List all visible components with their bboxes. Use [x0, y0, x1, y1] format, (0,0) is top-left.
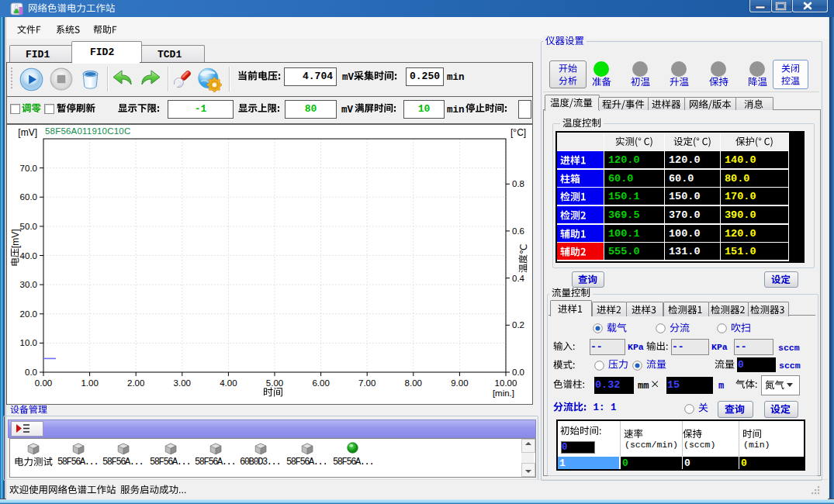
svg-text:9.00: 9.00 — [451, 378, 468, 388]
svg-text:8.00: 8.00 — [405, 378, 422, 388]
svg-text:1.00: 1.00 — [81, 378, 98, 388]
svg-text:50.0: 50.0 — [20, 222, 37, 231]
svg-text:0.00: 0.00 — [35, 378, 52, 388]
svg-text:[°C]: [°C] — [510, 127, 526, 138]
svg-text:3.00: 3.00 — [174, 378, 191, 388]
svg-text:10.00: 10.00 — [495, 378, 517, 388]
svg-text:[min.]: [min.] — [493, 388, 514, 398]
svg-text:58F56A011910C10C: 58F56A011910C10C — [45, 126, 130, 136]
svg-text:20.0: 20.0 — [20, 309, 37, 319]
svg-text:70.0: 70.0 — [20, 164, 37, 173]
svg-text:2.00: 2.00 — [127, 378, 144, 388]
svg-text:30.0: 30.0 — [20, 280, 37, 289]
svg-text:0.6: 0.6 — [512, 226, 524, 236]
svg-text:0.0: 0.0 — [25, 368, 37, 377]
svg-text:40.0: 40.0 — [20, 251, 37, 261]
svg-text:6.00: 6.00 — [312, 378, 329, 388]
svg-text:0.8: 0.8 — [512, 179, 524, 188]
svg-text:4.00: 4.00 — [220, 378, 237, 388]
svg-text:0.0: 0.0 — [512, 368, 524, 377]
svg-text:0.2: 0.2 — [512, 320, 524, 330]
svg-text:0.4: 0.4 — [512, 274, 525, 283]
svg-text:7.00: 7.00 — [358, 378, 375, 388]
svg-text:10.0: 10.0 — [20, 338, 37, 347]
svg-text:60.0: 60.0 — [20, 192, 37, 202]
svg-text:[mV]: [mV] — [18, 127, 37, 138]
